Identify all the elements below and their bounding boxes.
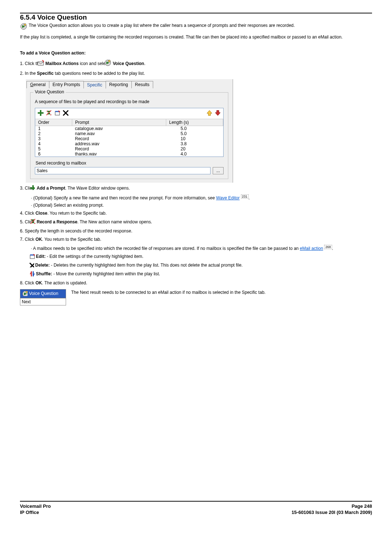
- step-2: 2. In the Specific tab questions need to…: [20, 70, 372, 77]
- footer-platform: IP Office: [20, 509, 51, 516]
- email-action-link[interactable]: eMail action: [300, 246, 323, 251]
- cell-order: 2: [35, 131, 72, 136]
- groupbox-legend: Voice Question: [33, 89, 66, 94]
- send-recording-input[interactable]: [35, 167, 211, 174]
- groupbox-desc: A sequence of files to be played and rec…: [35, 99, 224, 104]
- prompt-table: Order Prompt Length (s) 1catalogue.wav5.…: [35, 119, 223, 157]
- cell-prompt: catalogue.wav: [72, 126, 166, 131]
- record-response-icon[interactable]: [46, 110, 52, 117]
- edit-icon[interactable]: [54, 110, 61, 117]
- wave-editor-ref: 231: [241, 194, 249, 199]
- tab-reporting[interactable]: Reporting: [106, 81, 132, 88]
- result-header: Voice Question: [29, 291, 58, 296]
- step-7-sub-1: A mailbox needs to be specified into whi…: [31, 245, 372, 251]
- cell-length: 4.0: [166, 151, 223, 157]
- table-row[interactable]: 4address.wav3.8: [35, 141, 223, 146]
- browse-mailbox-button[interactable]: ...: [213, 167, 224, 174]
- edit-icon: [33, 253, 35, 260]
- voice-question-icon: [22, 290, 28, 297]
- result-text: The Next result needs to be connected to…: [71, 289, 372, 296]
- prompt-list-frame: Order Prompt Length (s) 1catalogue.wav5.…: [35, 108, 224, 157]
- table-row[interactable]: 2name.wav5.0: [35, 131, 223, 136]
- table-row[interactable]: 3Record10: [35, 136, 223, 141]
- cell-order: 5: [35, 146, 72, 151]
- move-down-icon[interactable]: [215, 110, 221, 117]
- intro-paragraph-1: The Voice Question action allows you to …: [29, 22, 295, 29]
- send-recording-label: Send recording to mailbox: [36, 161, 224, 166]
- cell-prompt: Record: [72, 146, 166, 151]
- delete-icon[interactable]: [62, 110, 69, 117]
- table-row[interactable]: 1catalogue.wav5.0: [35, 126, 223, 131]
- shuffle-bullet: Shuffle: - Move the currently highlighte…: [31, 271, 372, 278]
- cell-order: 3: [35, 136, 72, 141]
- shuffle-icon: [33, 271, 35, 278]
- cell-prompt: thanks.wav: [72, 151, 166, 157]
- add-prompt-icon[interactable]: [37, 110, 44, 117]
- col-length[interactable]: Length (s): [166, 119, 223, 126]
- move-up-icon[interactable]: [206, 110, 213, 117]
- specific-tab-screenshot: GGeneraleneral Entry Prompts Specific Re…: [26, 79, 233, 183]
- to-add-heading: To add a Voice Question action:: [20, 50, 372, 56]
- tab-general[interactable]: GGeneraleneral: [26, 81, 49, 88]
- delete-icon: [33, 262, 34, 268]
- step-8: 8. Click OK. The action is updated.: [20, 280, 372, 287]
- step-5: 5. Click Record a Response. The New acti…: [20, 218, 372, 226]
- cell-length: 20: [166, 146, 223, 151]
- col-prompt[interactable]: Prompt: [72, 119, 166, 126]
- step-7: 7. Click OK. You return to the Specific …: [20, 236, 372, 243]
- intro-paragraph-2: If the play list is completed, a single …: [20, 34, 372, 40]
- prompt-toolbar: [35, 108, 223, 119]
- cell-prompt: name.wav: [72, 131, 166, 136]
- cell-order: 6: [35, 151, 72, 157]
- tab-entry-prompts[interactable]: Entry Prompts: [49, 81, 84, 88]
- step-6: 6. Specify the length in seconds of the …: [20, 228, 372, 235]
- step-1: 1. Click the Mailbox Actions icon and se…: [20, 59, 372, 69]
- page-footer: Voicemail Pro IP Office Page 248 15-6010…: [20, 501, 372, 516]
- cell-prompt: Record: [72, 136, 166, 141]
- cell-length: 3.8: [166, 141, 223, 146]
- result-box: Voice Question Next: [20, 289, 66, 305]
- footer-product: Voicemail Pro: [20, 503, 51, 510]
- email-action-ref: 268: [324, 245, 332, 249]
- step-3-sub-2: (Optional) Select an existing prompt.: [31, 203, 372, 208]
- step-4: 4. Click Close. You return to the Specif…: [20, 210, 372, 217]
- table-row[interactable]: 5Record20: [35, 146, 223, 151]
- footer-page: Page 248: [291, 503, 372, 510]
- voice-question-icon: [110, 59, 111, 69]
- wave-editor-link[interactable]: Wave Editor: [216, 195, 240, 200]
- step-3-sub-1: (Optional) Specify a new file name and t…: [31, 195, 372, 200]
- property-tabs: GGeneraleneral Entry Prompts Specific Re…: [26, 79, 233, 89]
- tab-specific[interactable]: Specific: [83, 81, 106, 89]
- cell-prompt: address.wav: [72, 141, 166, 146]
- cell-length: 5.0: [166, 126, 223, 131]
- section-title: 6.5.4 Voice Question: [20, 13, 372, 21]
- mailbox-actions-icon: [43, 60, 44, 68]
- cell-length: 10: [166, 136, 223, 141]
- edit-bullet: Edit: - Edit the settings of the current…: [31, 253, 372, 260]
- cell-order: 4: [35, 141, 72, 146]
- table-row[interactable]: 6thanks.wav4.0: [35, 151, 223, 157]
- col-order[interactable]: Order: [35, 119, 72, 126]
- cell-length: 5.0: [166, 131, 223, 136]
- delete-bullet: Delete: - Deletes the currently highligh…: [31, 262, 372, 268]
- tab-results[interactable]: Results: [131, 81, 153, 88]
- footer-issue: 15-601063 Issue 20l (03 March 2009): [291, 509, 372, 516]
- voice-question-group: Voice Question A sequence of files to be…: [30, 92, 228, 179]
- result-next[interactable]: Next: [20, 298, 66, 305]
- step-3: 3. Click Add a Prompt. The Wave Editor w…: [20, 185, 372, 192]
- voice-question-icon: [20, 23, 27, 32]
- cell-order: 1: [35, 126, 72, 131]
